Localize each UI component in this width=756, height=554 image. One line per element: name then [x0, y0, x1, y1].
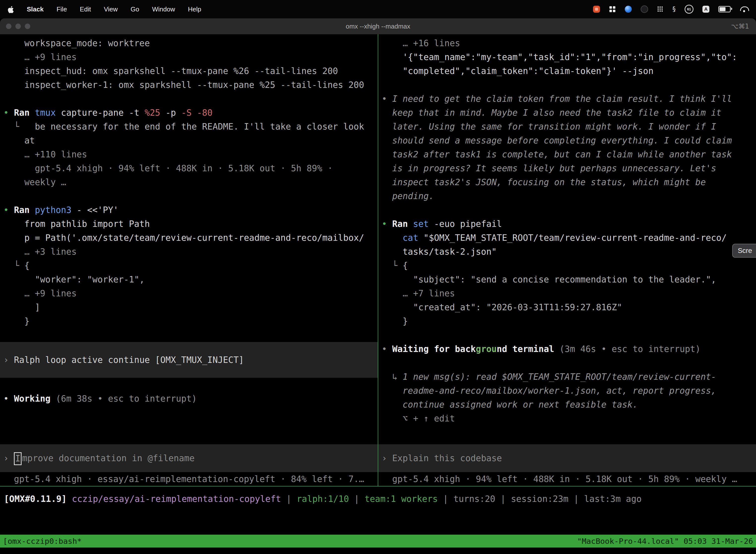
window-shortcut-hint: ⌥⌘1 [731, 22, 749, 30]
zoom-button[interactable] [25, 23, 30, 29]
text-segment: … +3 lines [3, 247, 77, 257]
window-title: omx --xhigh --madmax [0, 22, 756, 30]
text-segment: { [24, 261, 29, 271]
ralph-loop-banner[interactable]: › Ralph loop active continue [OMX_TMUX_I… [0, 342, 378, 378]
terminal-line: • I need to get the claim token from the… [378, 92, 756, 106]
pane-status-line: gpt-5.4 xhigh · 94% left · 488K in · 5.1… [378, 472, 756, 486]
text-segment: terminal [507, 344, 554, 354]
text-segment: tasks/task-2.json" [382, 247, 497, 257]
minimize-button[interactable] [15, 23, 21, 29]
terminal-line: inspect_worker-1: omx sparkshell --tmux-… [0, 78, 378, 92]
close-button[interactable] [6, 23, 11, 29]
left-terminal-pane[interactable]: workspace_mode: worktree … +9 lines insp… [0, 34, 378, 486]
terminal-line: … +110 lines [0, 148, 378, 161]
text-segment: '{"team_name":"my-team","task_id":"1","f… [382, 52, 737, 62]
terminal-line: readme-and-reco/mailbox/worker-1.json, a… [378, 384, 756, 398]
text-segment: Ran [14, 205, 35, 215]
text-segment: └ [3, 261, 24, 271]
text-segment: (3m 46s • esc to interrupt) [554, 344, 700, 354]
terminal-line: inspect_hud: omx sparkshell --tmux-pane … [0, 64, 378, 78]
text-segment: nd [497, 344, 507, 354]
text-segment: … +110 lines [3, 150, 87, 159]
text-segment: [OMX#0.11.9] [4, 494, 72, 504]
prompt-suggestion[interactable]: › Explain this codebase [378, 444, 756, 472]
terminal-line [378, 203, 756, 217]
text-segment: "$OMX_TEAM_STATE_ROOT/team/review-curren… [424, 233, 727, 243]
menu-item-file[interactable]: File [57, 5, 67, 13]
text-segment: "completed","claim_token":"claim-token"}… [382, 66, 653, 76]
terminal-line: ↳ 1 new msg(s): read $OMX_TEAM_STATE_ROO… [378, 370, 756, 384]
text-segment: "subject": "send a concise recommendatio… [382, 275, 716, 284]
menu-item-help[interactable]: Help [188, 5, 201, 13]
text-segment: weekly … [3, 177, 66, 187]
screen-chip[interactable]: Scre [732, 244, 756, 258]
wifi-icon[interactable] [740, 6, 749, 13]
window-tiling-icon[interactable] [609, 6, 616, 13]
right-terminal-pane[interactable]: … +16 lines '{"team_name":"my-team","tas… [378, 34, 756, 486]
blue-app-icon[interactable] [625, 6, 632, 13]
screen-recording-indicator-icon[interactable] [593, 6, 600, 13]
text-segment: ⌥ + ↑ edit [382, 413, 455, 424]
battery-icon[interactable] [718, 6, 731, 12]
terminal-line [0, 328, 378, 342]
blank-area [0, 511, 756, 535]
menu-item-slack[interactable]: Slack [27, 5, 44, 13]
text-segment: … +9 lines [3, 288, 77, 298]
text-segment: -t [129, 108, 145, 118]
text-segment: • [382, 94, 392, 104]
text-segment: -p [166, 108, 181, 118]
gauge-badge-icon[interactable]: 61 [685, 5, 693, 14]
text-segment: | [281, 494, 297, 504]
text-segment: -S -80 [181, 108, 212, 118]
dots-grid-icon[interactable] [657, 6, 664, 12]
dark-app-icon[interactable] [641, 5, 648, 13]
menu-item-edit[interactable]: Edit [80, 5, 91, 13]
terminal-line: p = Path('.omx/state/team/review-current… [0, 231, 378, 245]
apple-menu-icon[interactable] [7, 5, 14, 13]
menu-bar-left: SlackFileEditViewGoWindowHelp [7, 5, 201, 13]
terminal-line: └ be necessary for the end of the README… [0, 120, 378, 133]
text-segment: gpt-5.4 xhigh · 94% left · 488K in · 5.1… [3, 163, 333, 173]
terminal-line: later. Using the same for transition mig… [378, 120, 756, 133]
omx-status-line: [OMX#0.11.9] cczip/essay/ai-reimplementa… [0, 492, 646, 506]
terminal-line: └ { [0, 259, 378, 273]
menu-item-window[interactable]: Window [152, 5, 175, 13]
terminal-line: • Waiting for background terminal (3m 46… [378, 342, 756, 356]
text-segment: session:23m [511, 494, 568, 504]
text-segment: … +16 lines [382, 38, 460, 48]
window-title-bar[interactable]: omx --xhigh --madmax ⌥⌘1 [0, 18, 756, 34]
text-segment: tmux [35, 108, 61, 118]
menu-item-view[interactable]: View [104, 5, 118, 13]
tmux-session-window[interactable]: [omx-cczip0:bash* [3, 537, 82, 546]
terminal-line: ] [0, 300, 378, 314]
text-segment: ↳ [382, 372, 402, 382]
terminal-line: … +9 lines [0, 50, 378, 64]
text-segment: 1 new msg(s): read $OMX_TEAM_STATE_ROOT/… [402, 372, 716, 382]
text-segment: is in progress? It seems likely but perh… [382, 163, 716, 173]
terminal-line: '{"team_name":"my-team","task_id":"1","f… [378, 50, 756, 64]
text-segment: turns:20 [453, 494, 495, 504]
prompt-suggestion[interactable]: › Improve documentation in @filename [0, 444, 378, 472]
terminal-line: weekly … [0, 175, 378, 189]
terminal-line: from pathlib import Path [0, 217, 378, 231]
menu-item-go[interactable]: Go [131, 5, 139, 13]
text-segment: set [413, 219, 434, 229]
text-segment: later. Using the same for transition mig… [382, 122, 716, 131]
text-segment: └ [3, 122, 24, 131]
text-segment: … +9 lines [3, 52, 77, 62]
text-segment: %25 [145, 108, 166, 118]
text-segment: team:1 workers [365, 494, 438, 504]
text-segment: capture-pane [61, 108, 129, 118]
terminal-line [0, 92, 378, 106]
terminal-line: … +9 lines [0, 286, 378, 300]
terminal-line: • Ran set -euo pipefail [378, 217, 756, 231]
text-segment: gpt-5.4 xhigh · essay/ai-reimplementatio… [3, 474, 364, 484]
text-segment: keep that in mind. Maybe I also need the… [382, 108, 721, 118]
text-segment: be necessary for the end of the README. … [24, 122, 364, 131]
app-icon[interactable]: § [673, 5, 676, 13]
text-segment: last:3m ago [584, 494, 642, 504]
input-source-icon[interactable]: A [702, 6, 709, 13]
omx-status-area: [OMX#0.11.9] cczip/essay/ai-reimplementa… [0, 487, 756, 511]
spacer [378, 426, 756, 444]
terminal-line [378, 356, 756, 370]
